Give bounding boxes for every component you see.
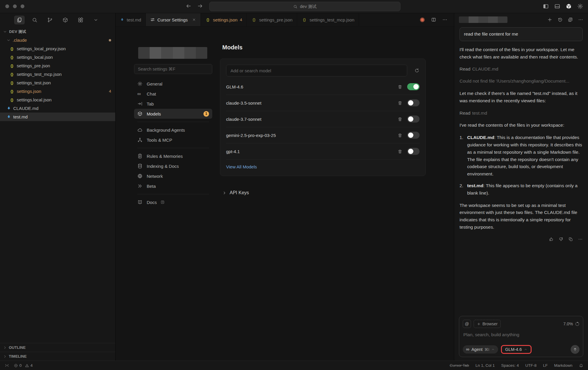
search-text: dev 测试 (300, 4, 316, 9)
browser-chip[interactable]: Browser (474, 320, 501, 328)
tree-file-test-md-selected[interactable]: test.md (0, 113, 115, 121)
open-in-window-icon[interactable] (568, 17, 573, 22)
nav-item-chat[interactable]: ∞ Chat (134, 89, 212, 99)
indentation-status[interactable]: Spaces: 4 (501, 363, 519, 368)
tool-call-read[interactable]: Readtest.md (460, 110, 583, 117)
maximize-window-button[interactable] (21, 4, 24, 8)
timeline-section[interactable]: TIMELINE (0, 352, 115, 361)
nav-item-models[interactable]: Models 1 (134, 109, 212, 119)
more-actions-icon[interactable] (442, 17, 447, 22)
nav-item-tab[interactable]: Tab (134, 99, 212, 109)
trash-icon[interactable] (397, 117, 402, 122)
folder-name: .claude (13, 38, 107, 43)
status-right: Cursor Tab Ln 1, Col 1 Spaces: 4 UTF-8 L… (450, 363, 583, 368)
tool-call-read[interactable]: ReadCLAUDE.md (460, 66, 583, 73)
split-editor-icon[interactable] (431, 17, 436, 22)
trash-icon[interactable] (397, 101, 402, 106)
command-center-search[interactable]: dev 测试 (209, 2, 400, 11)
tree-file[interactable]: {} settings_pre.json (0, 61, 115, 70)
back-icon[interactable] (186, 3, 191, 9)
tab-settings-json[interactable]: {} settings.json 4 (201, 13, 247, 26)
copy-icon[interactable] (568, 237, 573, 242)
tab-settings-pre-json[interactable]: {} settings_pre.json (247, 13, 297, 26)
model-toggle-off[interactable] (407, 99, 420, 106)
starburst-icon[interactable] (420, 17, 425, 23)
thumbs-up-icon[interactable] (549, 237, 554, 242)
remote-indicator-icon[interactable] (5, 363, 9, 368)
tree-folder-claude[interactable]: .claude (0, 36, 115, 44)
refresh-icon[interactable] (414, 68, 420, 73)
nav-item-docs[interactable]: Docs (134, 197, 212, 207)
json-file-icon: {} (9, 98, 15, 102)
chat-input-box[interactable]: @ Browser 7.0% Plan, search, build anyth… (459, 316, 583, 357)
assistant-paragraph: The workspace seems to be set up as a mi… (460, 202, 583, 231)
model-selector-highlighted[interactable]: GLM-4.6 (501, 345, 531, 354)
thumbs-down-icon[interactable] (559, 237, 563, 242)
nav-item-beta[interactable]: Beta (134, 181, 212, 191)
problems-indicator[interactable]: 0 4 (14, 363, 33, 368)
trash-icon[interactable] (397, 149, 402, 154)
assistant-paragraph: I've read the contents of the files in y… (460, 122, 583, 129)
toggle-left-panel-icon[interactable] (543, 3, 549, 9)
tree-file-claude-md[interactable]: CLAUDE.md (0, 104, 115, 113)
nav-item-tools-mcp[interactable]: Tools & MCP (134, 135, 212, 145)
nav-item-general[interactable]: General (134, 79, 212, 89)
settings-gear-icon[interactable] (577, 3, 583, 9)
tree-file[interactable]: {} settings.local.json (0, 96, 115, 104)
model-toggle-on[interactable] (407, 83, 420, 90)
model-toggle-off[interactable] (407, 148, 420, 155)
cursor-logo-icon[interactable] (566, 3, 572, 9)
extensions-icon[interactable] (75, 16, 86, 24)
send-button[interactable] (571, 345, 579, 354)
view-all-models-link[interactable]: View All Models (226, 164, 420, 169)
outline-section[interactable]: OUTLINE (0, 343, 115, 352)
tree-file[interactable]: {} settings_local.json (0, 53, 115, 61)
nav-item-background-agents[interactable]: Background Agents (134, 125, 212, 135)
settings-search-input[interactable]: Search settings ⌘F (134, 64, 212, 74)
tool-action: Read (460, 111, 470, 115)
agent-mode-selector[interactable]: ∞ Agent ⌘I (463, 345, 498, 354)
model-toggle-off[interactable] (407, 132, 420, 139)
toggle-bottom-panel-icon[interactable] (554, 3, 560, 9)
tab-test-md[interactable]: test.md (116, 13, 146, 26)
eol-status[interactable]: LF (543, 363, 548, 368)
encoding-status[interactable]: UTF-8 (525, 363, 537, 368)
more-options-icon[interactable] (578, 17, 583, 22)
history-icon[interactable] (557, 17, 563, 22)
tree-file-settings-json[interactable]: {} settings.json 4 (0, 87, 115, 96)
new-chat-plus-icon[interactable] (547, 17, 552, 22)
tree-file[interactable]: {} settings_test_mcp.json (0, 70, 115, 78)
language-mode[interactable]: Markdown (554, 363, 572, 368)
chat-input-placeholder[interactable]: Plan, search, build anything (463, 332, 579, 337)
more-options-icon[interactable] (578, 237, 583, 242)
tab-cursor-settings[interactable]: Cursor Settings (146, 13, 201, 26)
api-keys-section[interactable]: API Keys (222, 190, 454, 195)
cursor-tab-status[interactable]: Cursor Tab (450, 363, 469, 368)
close-icon[interactable] (192, 18, 196, 22)
tree-file[interactable]: {} settings_local_proxy.json (0, 44, 115, 53)
close-window-button[interactable] (5, 4, 9, 8)
trash-icon[interactable] (397, 84, 402, 89)
cursor-position[interactable]: Ln 1, Col 1 (475, 363, 495, 368)
usage-indicator[interactable]: 7.0% (563, 322, 579, 326)
nav-item-network[interactable]: Network (134, 171, 212, 181)
forward-icon[interactable] (197, 3, 203, 9)
explorer-files-icon[interactable] (14, 16, 25, 24)
source-control-icon[interactable] (45, 16, 55, 24)
cube-extensions-icon[interactable] (60, 16, 71, 24)
user-message[interactable]: read the file content for me (460, 27, 583, 41)
model-name: claude-3.5-sonnet (226, 101, 261, 106)
tab-settings-test-mcp-json[interactable]: {} settings_test_mcp.json (297, 13, 359, 26)
add-model-input[interactable]: Add or search model (226, 65, 407, 76)
trash-icon[interactable] (397, 133, 402, 138)
nav-item-indexing-docs[interactable]: Indexing & Docs (134, 161, 212, 171)
minimize-window-button[interactable] (13, 4, 17, 8)
mention-at-button[interactable]: @ (463, 320, 471, 328)
more-views-chevron-icon[interactable] (91, 16, 101, 24)
search-icon[interactable] (29, 16, 40, 24)
tree-file[interactable]: {} settings_test.json (0, 78, 115, 87)
model-toggle-off[interactable] (407, 115, 420, 123)
nav-item-rules-memories[interactable]: Rules & Memories (134, 151, 212, 161)
bell-icon[interactable] (579, 363, 583, 368)
workspace-root[interactable]: DEV 测试 (0, 27, 115, 36)
